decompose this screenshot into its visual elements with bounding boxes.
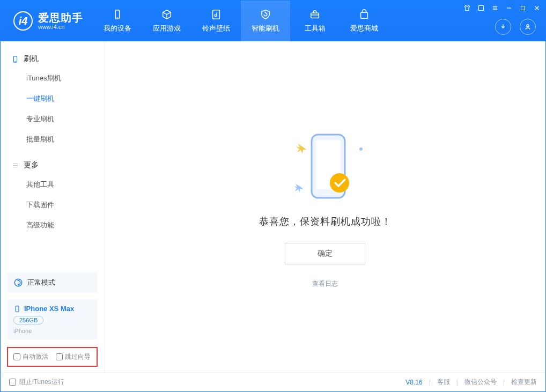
nav-label: 我的设备	[104, 24, 131, 33]
auto-activate-label: 自动激活	[23, 352, 48, 361]
minimize-button[interactable]	[505, 4, 513, 12]
nav-toolbox[interactable]: 工具箱	[290, 1, 340, 41]
list-icon	[11, 161, 19, 169]
sidebar-scroll: 刷机 iTunes刷机 一键刷机 专业刷机 批量刷机 更多 其他工具 下载固件 …	[1, 41, 104, 269]
sidebar-item-onekey-flash[interactable]: 一键刷机	[1, 88, 104, 109]
footer: 阻止iTunes运行 V8.16 | 客服 | 微信公众号 | 检查更新	[1, 372, 545, 391]
device-box[interactable]: iPhone XS Max 256GB iPhone	[7, 299, 98, 339]
sidebar: 刷机 iTunes刷机 一键刷机 专业刷机 批量刷机 更多 其他工具 下载固件 …	[1, 41, 105, 372]
svg-rect-6	[478, 5, 483, 10]
nav-apps-games[interactable]: 应用游戏	[142, 1, 191, 41]
separator: |	[429, 379, 431, 386]
app-window: i4 爱思助手 www.i4.cn 我的设备 应用游戏	[0, 0, 546, 392]
header-right-actions	[495, 19, 536, 35]
device-name: iPhone XS Max	[24, 305, 74, 313]
auto-activate-input[interactable]	[13, 353, 20, 360]
svg-point-14	[527, 25, 529, 27]
logo-area: i4 爱思助手 www.i4.cn	[1, 1, 93, 41]
footer-left: 阻止iTunes运行	[9, 378, 64, 387]
feedback-icon[interactable]	[477, 4, 485, 12]
block-itunes-label: 阻止iTunes运行	[19, 378, 64, 387]
shirt-icon[interactable]	[463, 4, 471, 12]
svg-point-23	[359, 147, 363, 151]
maximize-button[interactable]	[519, 4, 527, 12]
svg-rect-5	[361, 12, 368, 18]
block-itunes-checkbox[interactable]	[9, 379, 16, 386]
footer-link-update[interactable]: 检查更新	[511, 378, 537, 387]
auto-activate-checkbox[interactable]: 自动激活	[13, 352, 48, 361]
nav-label: 爱思商城	[350, 24, 378, 33]
view-log-link[interactable]: 查看日志	[312, 279, 338, 289]
confirm-button[interactable]: 确定	[285, 243, 365, 264]
download-button[interactable]	[495, 19, 511, 35]
phone-icon	[13, 305, 21, 313]
phone-icon	[11, 55, 19, 63]
svg-rect-11	[521, 6, 525, 10]
window-controls	[463, 4, 541, 12]
menu-icon[interactable]	[491, 4, 499, 12]
skip-guide-checkbox[interactable]: 跳过向导	[56, 352, 91, 361]
header: i4 爱思助手 www.i4.cn 我的设备 应用游戏	[1, 1, 545, 41]
device-icon	[112, 9, 123, 20]
success-message: 恭喜您，保资料刷机成功啦！	[259, 215, 392, 228]
sidebar-item-other-tools[interactable]: 其他工具	[1, 174, 104, 195]
mode-box[interactable]: 正常模式	[7, 272, 98, 293]
body: 刷机 iTunes刷机 一键刷机 专业刷机 批量刷机 更多 其他工具 下载固件 …	[1, 41, 545, 372]
footer-link-support[interactable]: 客服	[437, 378, 450, 387]
sidebar-item-pro-flash[interactable]: 专业刷机	[1, 109, 104, 129]
svg-marker-24	[294, 184, 304, 193]
group-title-label: 更多	[24, 160, 39, 170]
top-nav: 我的设备 应用游戏 铃声壁纸 智能刷机	[93, 1, 389, 41]
toolbox-icon	[309, 9, 321, 20]
close-button[interactable]	[533, 4, 541, 12]
app-subtitle: www.i4.cn	[38, 24, 83, 30]
success-panel: 恭喜您，保资料刷机成功啦！ 确定 查看日志	[259, 125, 392, 289]
group-title-label: 刷机	[24, 54, 39, 64]
device-name-row: iPhone XS Max	[13, 305, 91, 313]
main-content: 恭喜您，保资料刷机成功啦！ 确定 查看日志	[105, 41, 545, 372]
store-icon	[358, 9, 370, 20]
svg-marker-22	[296, 144, 307, 154]
device-type: iPhone	[13, 328, 91, 334]
nav-label: 智能刷机	[252, 24, 279, 33]
device-capacity: 256GB	[13, 316, 43, 324]
sidebar-item-advanced[interactable]: 高级功能	[1, 215, 104, 235]
svg-rect-3	[311, 13, 319, 18]
footer-link-wechat[interactable]: 微信公众号	[464, 378, 497, 387]
nav-label: 应用游戏	[153, 24, 181, 33]
nav-label: 工具箱	[305, 24, 326, 33]
app-title: 爱思助手	[38, 12, 83, 24]
phone-success-illustration	[279, 125, 371, 205]
logo-text: 爱思助手 www.i4.cn	[38, 12, 83, 30]
mode-icon	[13, 278, 23, 287]
nav-store[interactable]: 爱思商城	[340, 1, 389, 41]
separator: |	[503, 379, 505, 386]
svg-point-27	[330, 173, 349, 193]
shield-refresh-icon	[260, 9, 271, 20]
nav-smart-flash[interactable]: 智能刷机	[241, 1, 290, 41]
logo-icon: i4	[13, 11, 33, 31]
version-label: V8.16	[405, 379, 422, 386]
cube-icon	[161, 9, 173, 20]
nav-my-device[interactable]: 我的设备	[93, 1, 142, 41]
sidebar-group-flash: 刷机	[1, 50, 104, 68]
svg-rect-2	[213, 10, 220, 19]
nav-ringtones-wallpapers[interactable]: 铃声壁纸	[191, 1, 241, 41]
footer-right: V8.16 | 客服 | 微信公众号 | 检查更新	[405, 378, 537, 387]
options-highlight-box: 自动激活 跳过向导	[7, 347, 98, 367]
mode-label: 正常模式	[27, 278, 55, 287]
music-file-icon	[210, 9, 222, 20]
separator: |	[456, 379, 458, 386]
sidebar-item-itunes-flash[interactable]: iTunes刷机	[1, 68, 104, 88]
svg-rect-21	[16, 306, 19, 312]
user-button[interactable]	[520, 19, 536, 35]
sidebar-group-more: 更多	[1, 156, 104, 174]
sidebar-item-download-firmware[interactable]: 下载固件	[1, 195, 104, 215]
sidebar-item-batch-flash[interactable]: 批量刷机	[1, 129, 104, 150]
skip-guide-label: 跳过向导	[65, 352, 91, 361]
skip-guide-input[interactable]	[56, 353, 63, 360]
nav-label: 铃声壁纸	[202, 24, 230, 33]
